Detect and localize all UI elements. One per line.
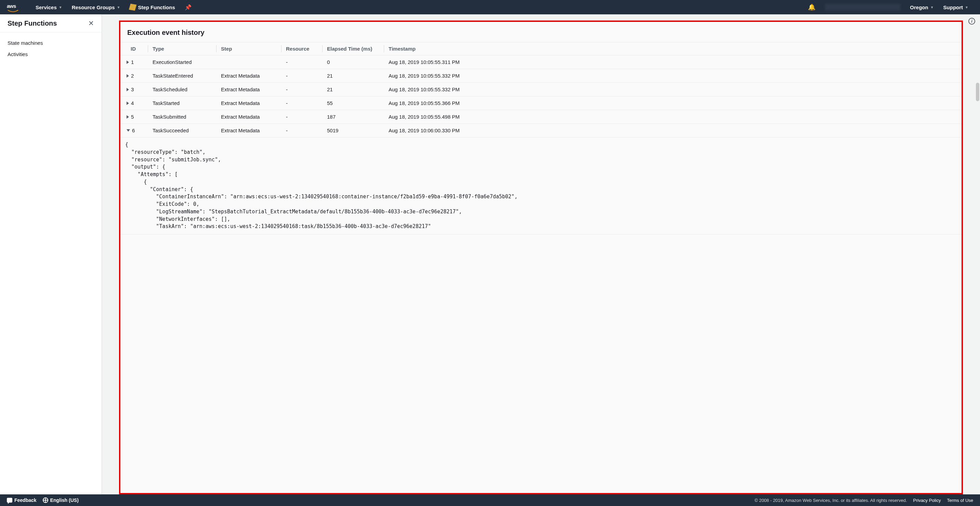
footer-terms[interactable]: Terms of Use <box>947 498 973 503</box>
event-type: TaskStateEntered <box>148 69 216 83</box>
collapse-icon[interactable] <box>127 129 130 132</box>
event-step: Extract Metadata <box>216 97 281 110</box>
event-timestamp: Aug 18, 2019 10:05:55.332 PM <box>384 83 961 97</box>
bell-icon: 🔔 <box>808 4 816 11</box>
expand-icon[interactable] <box>127 102 129 105</box>
event-elapsed: 55 <box>322 97 384 110</box>
sidebar-header: Step Functions ✕ <box>0 14 102 32</box>
event-elapsed: 21 <box>322 83 384 97</box>
sidebar-links: State machines Activities <box>0 32 102 65</box>
event-id: 2 <box>131 73 134 79</box>
footer-copyright: © 2008 - 2019, Amazon Web Services, Inc.… <box>754 498 907 503</box>
info-icon[interactable]: i <box>968 18 975 25</box>
expanded-json-row: { "resourceType": "batch", "resource": "… <box>120 138 961 235</box>
table-row: 1ExecutionStarted-0Aug 18, 2019 10:05:55… <box>120 56 961 69</box>
col-step[interactable]: Step <box>216 43 281 56</box>
col-type[interactable]: Type <box>148 43 216 56</box>
col-id[interactable]: ID <box>120 43 148 56</box>
table-row: 5TaskSubmittedExtract Metadata-187Aug 18… <box>120 110 961 124</box>
caret-down-icon: ▼ <box>59 5 62 9</box>
table-row: 4TaskStartedExtract Metadata-55Aug 18, 2… <box>120 97 961 110</box>
event-id: 4 <box>131 100 134 106</box>
event-resource: - <box>281 83 322 97</box>
event-timestamp: Aug 18, 2019 10:05:55.366 PM <box>384 97 961 110</box>
pin-icon: 📌 <box>185 4 192 11</box>
nav-step-functions-label: Step Functions <box>138 5 175 10</box>
expand-icon[interactable] <box>127 60 129 64</box>
table-row: 2TaskStateEnteredExtract Metadata-21Aug … <box>120 69 961 83</box>
event-timestamp: Aug 18, 2019 10:05:55.332 PM <box>384 69 961 83</box>
event-step: Extract Metadata <box>216 69 281 83</box>
event-resource: - <box>281 69 322 83</box>
footer: Feedback English (US) © 2008 - 2019, Ama… <box>0 494 980 506</box>
table-row: 6TaskSucceededExtract Metadata-5019Aug 1… <box>120 124 961 138</box>
expand-icon[interactable] <box>127 88 129 91</box>
event-history-table: ID Type Step Resource Elapsed Time (ms) … <box>120 42 961 235</box>
event-timestamp: Aug 18, 2019 10:05:55.311 PM <box>384 56 961 69</box>
caret-down-icon: ▼ <box>931 5 934 9</box>
footer-language-label: English (US) <box>50 498 79 503</box>
table-row: 3TaskScheduledExtract Metadata-21Aug 18,… <box>120 83 961 97</box>
nav-services-label: Services <box>36 5 57 10</box>
nav-account-redacted[interactable] <box>825 4 900 11</box>
event-timestamp: Aug 18, 2019 10:05:55.498 PM <box>384 110 961 124</box>
nav-services[interactable]: Services ▼ <box>31 0 67 14</box>
caret-down-icon: ▼ <box>117 5 120 9</box>
event-step <box>216 56 281 69</box>
scrollbar-thumb[interactable] <box>976 83 979 101</box>
sidebar: Step Functions ✕ State machines Activiti… <box>0 14 102 494</box>
table-header-row: ID Type Step Resource Elapsed Time (ms) … <box>120 43 961 56</box>
event-type: TaskSubmitted <box>148 110 216 124</box>
event-timestamp: Aug 18, 2019 10:06:00.330 PM <box>384 124 961 138</box>
globe-icon <box>43 498 48 503</box>
nav-region[interactable]: Oregon ▼ <box>905 0 938 14</box>
event-type: TaskScheduled <box>148 83 216 97</box>
expand-icon[interactable] <box>127 74 129 78</box>
event-id: 1 <box>131 59 134 65</box>
nav-support-label: Support <box>943 5 963 10</box>
footer-language[interactable]: English (US) <box>43 498 79 503</box>
event-elapsed: 187 <box>322 110 384 124</box>
col-timestamp[interactable]: Timestamp <box>384 43 961 56</box>
topnav: aws Services ▼ Resource Groups ▼ Step Fu… <box>0 0 980 14</box>
caret-down-icon: ▼ <box>965 5 968 9</box>
event-elapsed: 0 <box>322 56 384 69</box>
event-id: 6 <box>132 127 135 133</box>
event-resource: - <box>281 124 322 138</box>
event-type: TaskStarted <box>148 97 216 110</box>
step-functions-icon <box>129 4 137 11</box>
footer-feedback-label: Feedback <box>14 498 37 503</box>
aws-logo[interactable]: aws <box>7 3 21 11</box>
nav-step-functions[interactable]: Step Functions <box>125 0 180 14</box>
nav-notifications[interactable]: 🔔 <box>803 3 820 11</box>
sidebar-close-icon[interactable]: ✕ <box>88 19 94 27</box>
event-resource: - <box>281 110 322 124</box>
event-step: Extract Metadata <box>216 110 281 124</box>
nav-resource-groups[interactable]: Resource Groups ▼ <box>67 0 125 14</box>
main-content: i Execution event history ID Type Step R… <box>102 14 980 494</box>
sidebar-link-activities[interactable]: Activities <box>0 49 102 60</box>
event-resource: - <box>281 97 322 110</box>
event-type: TaskSucceeded <box>148 124 216 138</box>
footer-privacy[interactable]: Privacy Policy <box>913 498 941 503</box>
nav-pin[interactable]: 📌 <box>180 0 196 14</box>
event-output-json: { "resourceType": "batch", "resource": "… <box>125 141 957 230</box>
col-elapsed[interactable]: Elapsed Time (ms) <box>322 43 384 56</box>
nav-region-label: Oregon <box>910 5 928 10</box>
sidebar-title: Step Functions <box>8 19 57 27</box>
event-elapsed: 21 <box>322 69 384 83</box>
event-id: 3 <box>131 87 134 92</box>
expand-icon[interactable] <box>127 115 129 119</box>
col-resource[interactable]: Resource <box>281 43 322 56</box>
sidebar-link-state-machines[interactable]: State machines <box>0 37 102 49</box>
event-step: Extract Metadata <box>216 83 281 97</box>
feedback-icon <box>7 498 12 503</box>
execution-event-history-panel: Execution event history ID Type Step Res… <box>119 21 963 494</box>
nav-support[interactable]: Support ▼ <box>939 0 973 14</box>
event-step: Extract Metadata <box>216 124 281 138</box>
footer-feedback[interactable]: Feedback <box>7 498 37 503</box>
event-elapsed: 5019 <box>322 124 384 138</box>
event-resource: - <box>281 56 322 69</box>
event-type: ExecutionStarted <box>148 56 216 69</box>
nav-resource-groups-label: Resource Groups <box>72 5 115 10</box>
